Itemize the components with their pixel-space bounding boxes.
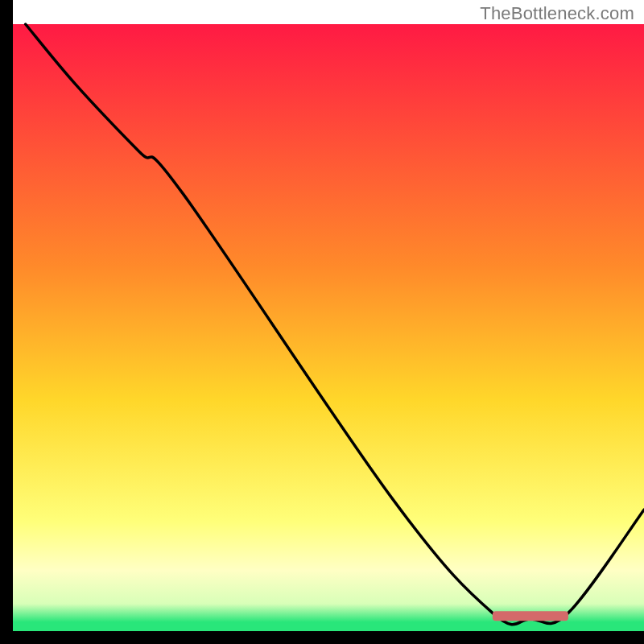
- plot-background: [13, 24, 644, 631]
- axis-bottom: [0, 631, 644, 644]
- bottleneck-chart: [0, 0, 644, 644]
- chart-frame: [0, 0, 644, 644]
- axis-left: [0, 0, 13, 644]
- optimum-range-bar: [493, 611, 568, 621]
- watermark-text: TheBottleneck.com: [480, 3, 634, 24]
